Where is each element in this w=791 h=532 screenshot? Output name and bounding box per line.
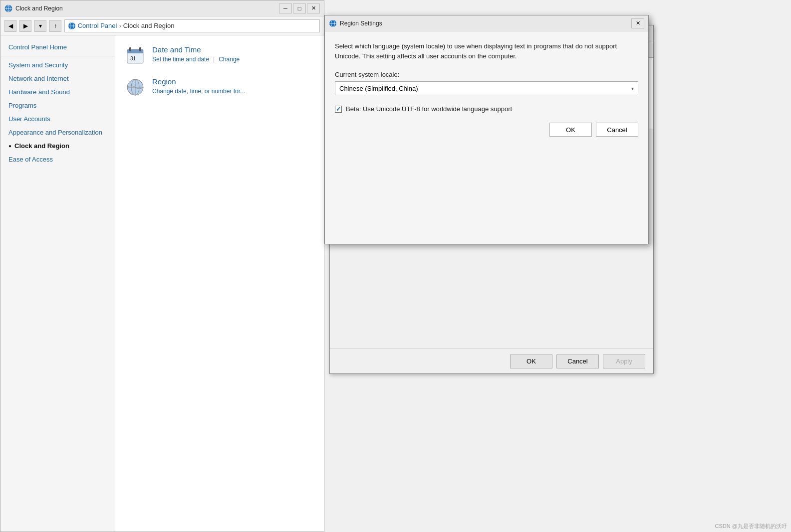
rs-title: Region Settings [340, 20, 628, 27]
main-content: Control Panel Home System and Security N… [0, 35, 324, 532]
rs-locale-value: Chinese (Simplified, China) [339, 85, 418, 92]
close-button[interactable]: ✕ [307, 3, 320, 13]
breadcrumb-icon [68, 22, 76, 30]
region-panel-text: Region Change date, time, or number for.… [152, 77, 245, 95]
set-time-link[interactable]: Set the time and date [152, 56, 209, 63]
minimize-button[interactable]: ─ [279, 3, 292, 13]
rs-content: Select which language (system locale) to… [325, 31, 648, 244]
dropdown-button[interactable]: ▾ [34, 20, 46, 32]
sidebar-item-appearance[interactable]: Appearance and Personalization [0, 126, 115, 139]
breadcrumb-separator-1: › [119, 22, 121, 29]
rs-ok-button[interactable]: OK [549, 123, 592, 137]
rs-close-button[interactable]: ✕ [631, 18, 644, 28]
rs-title-icon [329, 19, 337, 27]
region-bg-apply-button[interactable]: Apply [603, 355, 645, 368]
rs-locale-dropdown[interactable]: Chinese (Simplified, China) ▾ [335, 81, 638, 95]
sidebar-item-ease-access[interactable]: Ease of Access [0, 153, 115, 166]
sidebar: Control Panel Home System and Security N… [0, 35, 115, 532]
titlebar-controls: ─ □ ✕ [279, 3, 320, 13]
region-bg-cancel-button[interactable]: Cancel [556, 355, 599, 368]
datetime-panel-text: Date and Time Set the time and date | Ch… [152, 45, 240, 63]
up-button[interactable]: ↑ [49, 20, 61, 32]
sidebar-item-clock-region[interactable]: Clock and Region [0, 139, 115, 153]
rs-cancel-button[interactable]: Cancel [596, 123, 638, 137]
breadcrumb-control-panel[interactable]: Control Panel [78, 22, 117, 29]
rs-checkbox-check: ✓ [336, 106, 341, 113]
back-button[interactable]: ◀ [4, 20, 16, 32]
svg-text:31: 31 [130, 56, 136, 61]
sidebar-item-home[interactable]: Control Panel Home [0, 40, 115, 54]
sidebar-divider-1 [0, 56, 115, 56]
panel-item-region: Region Change date, time, or number for.… [125, 77, 314, 97]
region-links: Change date, time, or number for... [152, 88, 245, 95]
svg-rect-9 [129, 47, 131, 51]
datetime-links: Set the time and date | Change [152, 56, 240, 63]
datetime-icon: 31 [125, 45, 145, 65]
change-link[interactable]: Change [219, 56, 240, 63]
main-window-title: Clock and Region [15, 5, 276, 12]
sidebar-item-programs[interactable]: Programs [0, 99, 115, 112]
panel-content: 31 Date and Time Set the time and date |… [115, 35, 324, 532]
rs-checkbox-label: Beta: Use Unicode UTF-8 for worldwide la… [346, 105, 512, 113]
sidebar-item-user-accounts[interactable]: User Accounts [0, 112, 115, 126]
main-window-icon [4, 4, 12, 12]
region-bg-ok-button[interactable]: OK [510, 355, 552, 368]
breadcrumb-clock-region: Clock and Region [123, 22, 175, 29]
maximize-button[interactable]: □ [293, 3, 306, 13]
address-bar: ◀ ▶ ▾ ↑ Control Panel › Clock and Region [0, 16, 324, 35]
rs-locale-label: Current system locale: [335, 71, 638, 78]
region-bg-bottom: OK Cancel Apply [330, 349, 653, 373]
rs-titlebar: Region Settings ✕ [325, 15, 648, 31]
watermark: CSDN @九是否非随机的沃吁 [715, 523, 787, 530]
sidebar-item-network-internet[interactable]: Network and Internet [0, 72, 115, 85]
sidebar-item-system-security[interactable]: System and Security [0, 58, 115, 72]
change-datetime-link[interactable]: Change date, time, or number for... [152, 88, 245, 95]
region-settings-dialog: Region Settings ✕ Select which language … [324, 15, 649, 244]
rs-checkbox[interactable]: ✓ [335, 106, 342, 113]
datetime-title[interactable]: Date and Time [152, 45, 240, 54]
main-titlebar: Clock and Region ─ □ ✕ [0, 0, 324, 16]
rs-dropdown-arrow: ▾ [631, 86, 634, 91]
main-window: Clock and Region ─ □ ✕ ◀ ▶ ▾ ↑ Control P… [0, 0, 324, 532]
forward-button[interactable]: ▶ [19, 20, 31, 32]
breadcrumb: Control Panel › Clock and Region [64, 19, 320, 32]
panel-item-datetime: 31 Date and Time Set the time and date |… [125, 45, 314, 65]
rs-checkbox-row: ✓ Beta: Use Unicode UTF-8 for worldwide … [335, 105, 638, 113]
rs-description: Select which language (system locale) to… [335, 41, 638, 61]
svg-rect-10 [139, 47, 141, 51]
rs-buttons: OK Cancel [335, 123, 638, 137]
region-title[interactable]: Region [152, 77, 245, 86]
region-icon [125, 77, 145, 97]
sidebar-item-hardware-sound[interactable]: Hardware and Sound [0, 85, 115, 99]
